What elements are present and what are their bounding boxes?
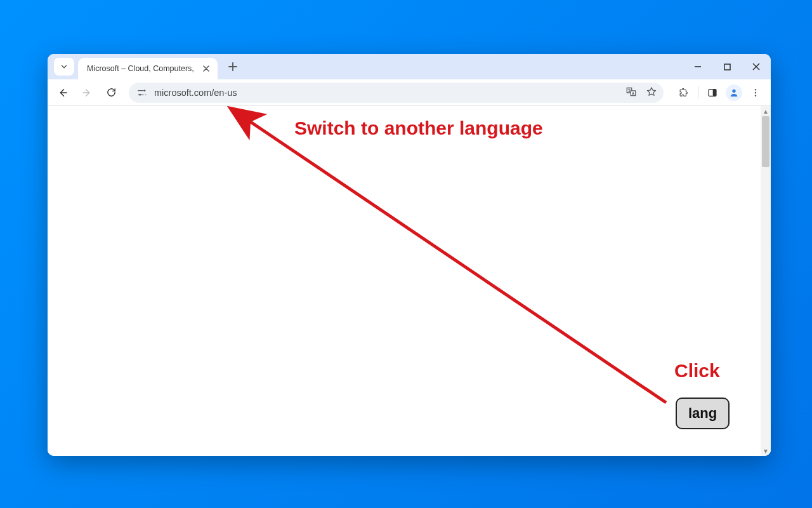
bookmark-button[interactable] xyxy=(646,86,657,99)
svg-point-7 xyxy=(755,91,756,93)
tab-search-button[interactable] xyxy=(54,58,74,76)
kebab-icon xyxy=(750,88,761,98)
svg-point-1 xyxy=(144,90,146,91)
browser-window: Microsoft – Cloud, Computers, xyxy=(48,54,771,456)
svg-rect-4 xyxy=(713,89,716,96)
scroll-up-button[interactable]: ▲ xyxy=(761,106,771,116)
tune-icon xyxy=(137,88,147,98)
sidepanel-button[interactable] xyxy=(702,83,723,103)
extensions-area xyxy=(674,83,766,103)
lang-button[interactable]: lang xyxy=(676,398,730,429)
tab-close-button[interactable] xyxy=(201,64,211,74)
svg-point-2 xyxy=(139,93,141,95)
active-tab[interactable]: Microsoft – Cloud, Computers, xyxy=(78,58,218,79)
profile-button[interactable] xyxy=(724,83,744,103)
maximize-button[interactable] xyxy=(712,54,742,79)
avatar xyxy=(726,84,742,101)
arrow-right-icon xyxy=(81,87,93,98)
close-icon xyxy=(752,63,760,70)
page-content: Switch to another language Click lang ▲ … xyxy=(48,106,771,456)
new-tab-button[interactable] xyxy=(224,58,242,76)
svg-point-5 xyxy=(732,89,735,92)
reload-button[interactable] xyxy=(101,83,121,103)
arrow-left-icon xyxy=(57,87,69,98)
extensions-button[interactable] xyxy=(674,83,694,103)
tab-strip: Microsoft – Cloud, Computers, xyxy=(48,54,771,79)
address-bar[interactable]: microsoft.com/en-us xyxy=(129,83,664,103)
vertical-scrollbar[interactable]: ▲ ▼ xyxy=(761,106,771,456)
url-text: microsoft.com/en-us xyxy=(154,88,656,98)
annotation-headline: Switch to another language xyxy=(294,117,543,139)
toolbar: microsoft.com/en-us xyxy=(48,79,771,106)
forward-button[interactable] xyxy=(77,83,97,103)
star-icon xyxy=(646,86,657,97)
annotation-click-label: Click xyxy=(674,360,720,382)
svg-point-6 xyxy=(755,89,756,90)
minimize-button[interactable] xyxy=(683,54,712,79)
translate-icon xyxy=(625,86,637,97)
maximize-icon xyxy=(724,64,731,70)
close-icon xyxy=(203,65,209,72)
toolbar-divider xyxy=(698,86,698,99)
close-window-button[interactable] xyxy=(742,54,771,79)
back-button[interactable] xyxy=(53,83,73,103)
svg-rect-0 xyxy=(724,64,730,70)
tab-title: Microsoft – Cloud, Computers, xyxy=(87,64,196,73)
puzzle-icon xyxy=(679,87,690,98)
scrollbar-thumb[interactable] xyxy=(762,116,769,167)
reload-icon xyxy=(106,87,117,98)
annotation-arrow xyxy=(48,106,771,456)
window-controls xyxy=(683,54,771,79)
sidepanel-icon xyxy=(707,88,717,98)
menu-button[interactable] xyxy=(745,83,766,103)
svg-line-9 xyxy=(251,122,666,403)
site-info-button[interactable] xyxy=(136,87,148,98)
minimize-icon xyxy=(694,63,702,70)
plus-icon xyxy=(228,62,237,71)
translate-button[interactable] xyxy=(625,86,637,99)
scroll-down-button[interactable]: ▼ xyxy=(761,446,771,456)
svg-point-8 xyxy=(755,95,756,96)
person-icon xyxy=(729,88,739,98)
chevron-down-icon xyxy=(60,62,69,71)
